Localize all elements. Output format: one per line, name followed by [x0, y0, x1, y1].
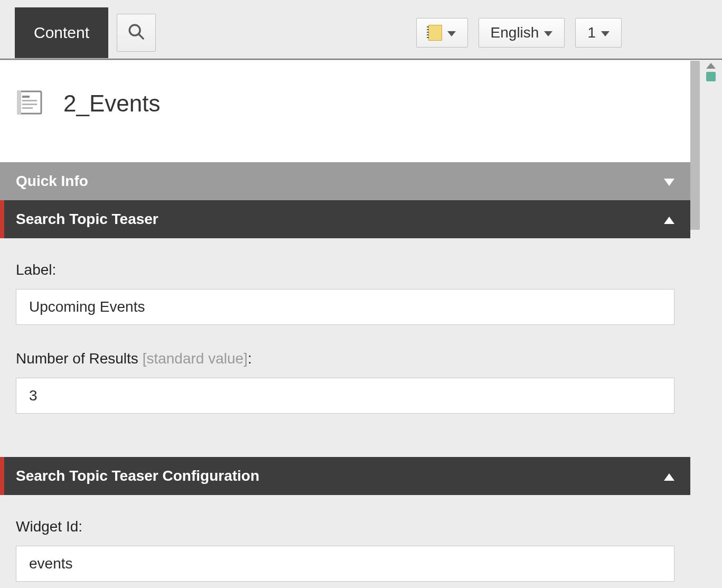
svg-point-0 — [129, 25, 140, 35]
num-results-label-pre: Number of Results — [16, 350, 143, 367]
chevron-down-icon — [447, 31, 456, 36]
tab-content[interactable]: Content — [15, 7, 108, 58]
version-dropdown-label: 1 — [587, 24, 596, 41]
section-search-topic-teaser-header[interactable]: Search Topic Teaser — [0, 200, 690, 238]
number-of-results-input[interactable] — [16, 378, 674, 414]
document-icon — [17, 89, 48, 118]
section-search-topic-teaser-config-body: Widget Id: — [0, 495, 690, 588]
top-toolbar: Content English 1 — [0, 0, 722, 60]
svg-rect-3 — [22, 96, 30, 98]
notebook-icon — [428, 25, 442, 41]
search-button[interactable] — [117, 14, 156, 52]
status-indicator-icon[interactable] — [706, 72, 716, 81]
toolbar-right: English 1 — [416, 18, 707, 48]
num-results-hint: [standard value] — [143, 350, 248, 367]
svg-rect-6 — [22, 107, 33, 109]
panel-mini-controls — [706, 63, 716, 81]
svg-rect-2 — [18, 91, 41, 114]
section-search-topic-teaser-body: Label: Number of Results [standard value… — [0, 238, 690, 457]
field-widget-id: Widget Id: — [16, 518, 674, 582]
field-number-of-results-caption: Number of Results [standard value]: — [16, 350, 674, 367]
section-search-topic-teaser-config-title: Search Topic Teaser Configuration — [16, 468, 259, 484]
svg-rect-7 — [17, 90, 21, 115]
collapse-up-icon[interactable] — [706, 63, 716, 69]
tab-content-label: Content — [34, 24, 89, 42]
svg-rect-5 — [22, 104, 37, 105]
language-dropdown-label: English — [491, 24, 539, 41]
section-search-topic-teaser-title: Search Topic Teaser — [16, 211, 158, 228]
chevron-up-icon — [664, 211, 674, 228]
field-label-caption: Label: — [16, 262, 674, 278]
page-title-row: 2_Events — [0, 61, 690, 162]
widget-id-input[interactable] — [16, 546, 674, 582]
search-icon — [127, 23, 145, 43]
app-root: Content English 1 — [0, 0, 722, 588]
version-dropdown[interactable]: 1 — [575, 18, 622, 48]
section-quick-info-header[interactable]: Quick Info — [0, 162, 690, 200]
content-panel: 2_Events Quick Info Search Topic Teaser … — [0, 61, 690, 588]
chevron-down-icon — [664, 173, 674, 190]
section-search-topic-teaser-config-header[interactable]: Search Topic Teaser Configuration — [0, 457, 690, 495]
svg-line-1 — [138, 34, 144, 39]
field-label: Label: — [16, 262, 674, 325]
chevron-up-icon — [664, 468, 674, 484]
field-number-of-results: Number of Results [standard value]: — [16, 350, 674, 414]
label-input[interactable] — [16, 289, 674, 325]
field-widget-id-caption: Widget Id: — [16, 518, 674, 535]
page-title: 2_Events — [63, 90, 160, 117]
chevron-down-icon — [544, 31, 552, 36]
chevron-down-icon — [601, 31, 610, 36]
database-dropdown[interactable] — [416, 18, 468, 48]
language-dropdown[interactable]: English — [479, 18, 565, 48]
scrollbar-thumb[interactable] — [689, 61, 700, 230]
section-quick-info-title: Quick Info — [16, 173, 88, 190]
num-results-label-post: : — [248, 350, 252, 367]
svg-rect-4 — [22, 100, 37, 101]
